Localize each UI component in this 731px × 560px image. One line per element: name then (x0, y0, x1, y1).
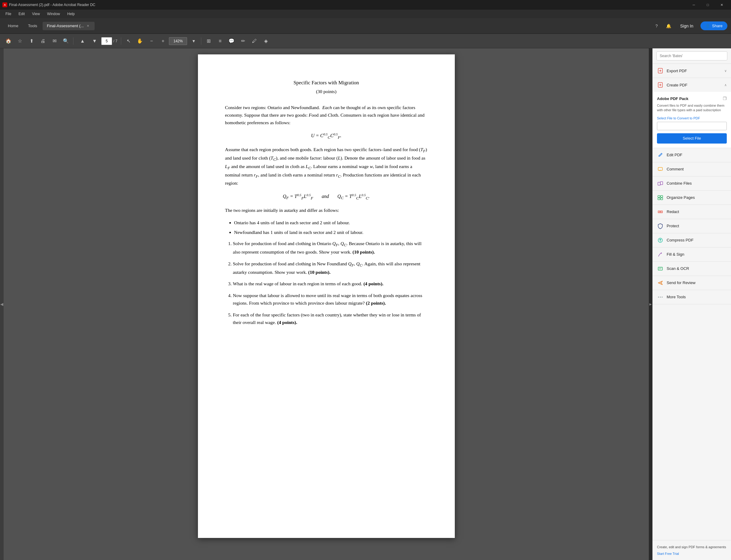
pen-tool-btn[interactable]: ✏ (238, 36, 248, 47)
tool-comment[interactable]: Comment (653, 162, 731, 176)
svg-rect-5 (658, 196, 660, 197)
menu-window[interactable]: Window (44, 11, 63, 17)
select-file-input[interactable] (657, 122, 727, 130)
sep2 (121, 37, 121, 45)
adobe-pack-title: Adobe PDF Pack (657, 96, 688, 101)
fit-page-btn[interactable]: ⊞ (203, 36, 214, 47)
create-pdf-label: Create PDF (667, 83, 687, 87)
redact-label: Redact (667, 209, 679, 214)
page-navigation: ▲ ▼ 5 / 7 (77, 36, 117, 47)
email-btn[interactable]: ✉ (49, 36, 60, 47)
nav-tab-document[interactable]: Final-Assessment (... ✕ (43, 22, 95, 30)
window-title: Final-Assessment (2).pdf - Adobe Acrobat… (9, 3, 95, 7)
right-panel-collapse[interactable]: ▶ (649, 48, 652, 560)
bookmark-btn[interactable]: ☆ (15, 36, 25, 47)
menu-help[interactable]: Help (64, 11, 78, 17)
page-number-input[interactable]: 5 (101, 37, 112, 45)
start-free-trial-link[interactable]: Start Free Trial (657, 552, 679, 555)
share-button[interactable]: 👤 Share (700, 21, 727, 30)
menu-file[interactable]: File (2, 11, 14, 17)
compress-icon (657, 237, 664, 244)
zoom-out-btn[interactable]: − (146, 36, 157, 47)
select-tool[interactable]: ↖ (123, 36, 134, 47)
maximize-button[interactable]: □ (701, 0, 715, 10)
menu-view[interactable]: View (29, 11, 43, 17)
nav-tools[interactable]: Tools (24, 22, 41, 30)
navbar: Home Tools Final-Assessment (... ✕ ? 🔔 S… (0, 18, 731, 34)
tool-compress-pdf[interactable]: Compress PDF (653, 233, 731, 248)
adobe-pack-header: Adobe PDF Pack ❐ (657, 96, 727, 101)
scroll-mode-btn[interactable]: ≡ (215, 36, 225, 47)
tool-send-review[interactable]: Send for Review (653, 276, 731, 290)
annotate-comment-btn[interactable]: 💬 (226, 36, 237, 47)
nav-home[interactable]: Home (4, 22, 23, 30)
tool-protect[interactable]: Protect (653, 219, 731, 233)
tool-organize-pages[interactable]: Organize Pages (653, 191, 731, 205)
compress-label: Compress PDF (667, 238, 694, 242)
left-panel-collapse[interactable]: ◀ (0, 48, 4, 560)
home-toolbar-btn[interactable]: 🏠 (3, 36, 14, 47)
titlebar-left: A Final-Assessment (2).pdf - Adobe Acrob… (2, 2, 95, 7)
send-review-icon (657, 280, 664, 286)
footer-text: Create, edit and sign PDF forms & agreem… (657, 545, 727, 550)
copy-icon[interactable]: ❐ (723, 96, 727, 101)
signin-button[interactable]: Sign In (677, 22, 697, 30)
titlebar: A Final-Assessment (2).pdf - Adobe Acrob… (0, 0, 731, 10)
navbar-right: ? 🔔 Sign In 👤 Share (652, 21, 727, 30)
comment-label: Comment (667, 167, 684, 171)
next-page-btn[interactable]: ▼ (89, 36, 100, 47)
protect-label: Protect (667, 224, 679, 228)
pdf-subtitle: (30 points) (225, 88, 428, 95)
pdf-viewer[interactable]: Specific Factors with Migration (30 poin… (4, 48, 649, 560)
search-btn[interactable]: 🔍 (60, 36, 71, 47)
create-pdf-chevron: ∧ (724, 83, 727, 87)
tool-edit-pdf[interactable]: Edit PDF (653, 148, 731, 162)
adobe-pack-desc: Convert files to PDF and easily combine … (657, 103, 727, 113)
upload-btn[interactable]: ⬆ (26, 36, 37, 47)
pdf-para-autarky: The two regions are initially in autarky… (225, 207, 428, 214)
select-file-button[interactable]: Select File (657, 133, 727, 144)
menu-edit[interactable]: Edit (15, 11, 28, 17)
menubar: File Edit View Window Help (0, 10, 731, 18)
zoom-in-btn[interactable]: + (157, 36, 168, 47)
tool-fill-sign[interactable]: Fill & Sign (653, 248, 731, 262)
stamp-btn[interactable]: ◈ (260, 36, 271, 47)
panel-footer: Create, edit and sign PDF forms & agreem… (653, 540, 731, 560)
pdf-para-intro: Consider two regions: Ontario and Newfou… (225, 104, 428, 126)
svg-rect-3 (658, 182, 660, 185)
tool-scan-ocr[interactable]: Scan & OCR (653, 262, 731, 276)
svg-rect-10 (658, 267, 662, 270)
pdf-q3: What is the real wage of labour in each … (233, 280, 428, 288)
notification-icon[interactable]: 🔔 (665, 22, 673, 30)
pdf-q4: Now suppose that labour is allowed to mo… (233, 292, 428, 307)
tab-close-button[interactable]: ✕ (86, 24, 90, 28)
minimize-button[interactable]: ─ (687, 0, 701, 10)
pdf-bullet-2: Newfoundland has 1 units of land in each… (234, 229, 428, 236)
highlight-btn[interactable]: 🖊 (249, 36, 260, 47)
pdf-q5-points: (4 points). (277, 320, 297, 325)
close-button[interactable]: ✕ (715, 0, 729, 10)
tool-combine-files[interactable]: Combine Files (653, 176, 731, 191)
tool-export-pdf[interactable]: Export PDF ∨ (653, 64, 731, 78)
zoom-input[interactable] (169, 37, 187, 45)
pdf-q4-points: (2 points). (366, 300, 386, 306)
panel-search-input[interactable] (656, 51, 727, 60)
svg-rect-7 (658, 198, 660, 200)
scan-ocr-label: Scan & OCR (667, 266, 689, 271)
pdf-q1: Solve for production of food and clothin… (233, 240, 428, 256)
tool-redact[interactable]: Redact (653, 205, 731, 219)
help-icon[interactable]: ? (652, 22, 661, 30)
tool-more-tools[interactable]: More Tools (653, 290, 731, 304)
zoom-dropdown-btn[interactable]: ▾ (188, 36, 199, 47)
combine-label: Combine Files (667, 181, 692, 186)
pdf-q5: For each of the four specific factors (t… (233, 311, 428, 326)
create-pdf-expanded: Adobe PDF Pack ❐ Convert files to PDF an… (653, 92, 731, 148)
prev-page-btn[interactable]: ▲ (77, 36, 88, 47)
tool-create-pdf[interactable]: Create PDF ∧ (653, 78, 731, 92)
pdf-q2: Solve for production of food and clothin… (233, 260, 428, 276)
fill-sign-icon (657, 251, 664, 258)
pdf-para-assume: Assume that each region produces both go… (225, 146, 428, 187)
select-file-label[interactable]: Select File to Convert to PDF (657, 116, 727, 120)
hand-tool[interactable]: ✋ (134, 36, 145, 47)
print-btn[interactable]: 🖨 (37, 36, 48, 47)
